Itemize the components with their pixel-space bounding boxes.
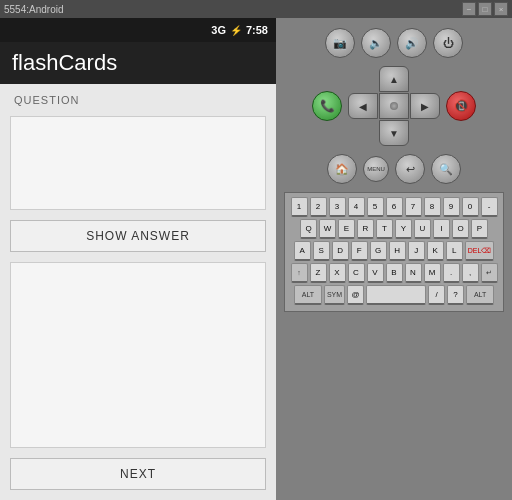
key-g[interactable]: G	[370, 241, 387, 261]
key-comma[interactable]: ,	[462, 263, 479, 283]
key-f[interactable]: F	[351, 241, 368, 261]
key-alt-left[interactable]: ALT	[294, 285, 322, 305]
key-4[interactable]: 4	[348, 197, 365, 217]
key-d[interactable]: D	[332, 241, 349, 261]
key-minus[interactable]: -	[481, 197, 498, 217]
search-button[interactable]: 🔍	[431, 154, 461, 184]
key-c[interactable]: C	[348, 263, 365, 283]
keyboard-row-qwerty: Q W E R T Y U I O P	[289, 219, 499, 239]
key-m[interactable]: M	[424, 263, 441, 283]
key-n[interactable]: N	[405, 263, 422, 283]
key-e[interactable]: E	[338, 219, 355, 239]
key-6[interactable]: 6	[386, 197, 403, 217]
menu-button[interactable]: MENU	[363, 156, 389, 182]
close-button[interactable]: ×	[494, 2, 508, 16]
key-space[interactable]	[366, 285, 426, 305]
key-shift[interactable]: ↑	[291, 263, 308, 283]
key-0[interactable]: 0	[462, 197, 479, 217]
phone-content: QUESTION SHOW ANSWER NEXT	[0, 84, 276, 500]
key-h[interactable]: H	[389, 241, 406, 261]
top-control-row: 📷 🔈 🔊 ⏻	[325, 28, 463, 58]
keyboard-row-numbers: 1 2 3 4 5 6 7 8 9 0 -	[289, 197, 499, 217]
key-alt-right[interactable]: ALT	[466, 285, 494, 305]
title-bar-label: 5554:Android	[4, 4, 64, 15]
key-z[interactable]: Z	[310, 263, 327, 283]
home-button[interactable]: 🏠	[327, 154, 357, 184]
key-3[interactable]: 3	[329, 197, 346, 217]
key-r[interactable]: R	[357, 219, 374, 239]
key-v[interactable]: V	[367, 263, 384, 283]
key-7[interactable]: 7	[405, 197, 422, 217]
back-button[interactable]: ↩	[395, 154, 425, 184]
main-layout: 3G ⚡ 7:58 flashCards QUESTION SHOW ANSWE…	[0, 18, 512, 500]
phone-status-bar: 3G ⚡ 7:58	[0, 18, 276, 42]
key-b[interactable]: B	[386, 263, 403, 283]
key-k[interactable]: K	[427, 241, 444, 261]
key-u[interactable]: U	[414, 219, 431, 239]
key-j[interactable]: J	[408, 241, 425, 261]
key-i[interactable]: I	[433, 219, 450, 239]
time-display: 7:58	[246, 24, 268, 36]
question-area	[10, 116, 266, 210]
dpad-down-button[interactable]: ▼	[379, 120, 409, 146]
power-button[interactable]: ⏻	[433, 28, 463, 58]
dpad-up-button[interactable]: ▲	[379, 66, 409, 92]
key-8[interactable]: 8	[424, 197, 441, 217]
key-p[interactable]: P	[471, 219, 488, 239]
show-answer-button[interactable]: SHOW ANSWER	[10, 220, 266, 252]
key-period[interactable]: .	[443, 263, 460, 283]
right-panel: 📷 🔈 🔊 ⏻ 📞 ▲ ◀ ▶ ▼ 📵 🏠 MENU ↩ 🔍	[276, 18, 512, 500]
phone-panel: 3G ⚡ 7:58 flashCards QUESTION SHOW ANSWE…	[0, 18, 276, 500]
dpad-left-button[interactable]: ◀	[348, 93, 378, 119]
key-l[interactable]: L	[446, 241, 463, 261]
middle-control-row: 📞 ▲ ◀ ▶ ▼ 📵	[312, 66, 476, 146]
app-title: flashCards	[12, 50, 264, 76]
signal-icon: ⚡	[230, 25, 242, 36]
app-header: flashCards	[0, 42, 276, 84]
key-enter[interactable]: ↵	[481, 263, 498, 283]
maximize-button[interactable]: □	[478, 2, 492, 16]
key-a[interactable]: A	[294, 241, 311, 261]
question-label: QUESTION	[14, 94, 266, 106]
next-button[interactable]: NEXT	[10, 458, 266, 490]
bottom-control-row: 🏠 MENU ↩ 🔍	[327, 154, 461, 184]
key-t[interactable]: T	[376, 219, 393, 239]
end-call-button[interactable]: 📵	[446, 91, 476, 121]
volume-up-button[interactable]: 🔊	[397, 28, 427, 58]
keyboard-row-bottom: ALT SYM @ / ? ALT	[289, 285, 499, 305]
key-x[interactable]: X	[329, 263, 346, 283]
camera-button[interactable]: 📷	[325, 28, 355, 58]
dpad: ▲ ◀ ▶ ▼	[348, 66, 440, 146]
key-1[interactable]: 1	[291, 197, 308, 217]
answer-area	[10, 262, 266, 448]
title-bar-controls: − □ ×	[462, 2, 508, 16]
call-button[interactable]: 📞	[312, 91, 342, 121]
dpad-right-button[interactable]: ▶	[410, 93, 440, 119]
title-bar: 5554:Android − □ ×	[0, 0, 512, 18]
keyboard-row-zxcv: ↑ Z X C V B N M . , ↵	[289, 263, 499, 283]
key-question[interactable]: ?	[447, 285, 464, 305]
network-indicator: 3G	[211, 24, 226, 36]
minimize-button[interactable]: −	[462, 2, 476, 16]
key-5[interactable]: 5	[367, 197, 384, 217]
volume-down-button[interactable]: 🔈	[361, 28, 391, 58]
key-sym[interactable]: SYM	[324, 285, 345, 305]
key-9[interactable]: 9	[443, 197, 460, 217]
key-y[interactable]: Y	[395, 219, 412, 239]
key-q[interactable]: Q	[300, 219, 317, 239]
key-s[interactable]: S	[313, 241, 330, 261]
dpad-center-button[interactable]	[379, 93, 409, 119]
keyboard: 1 2 3 4 5 6 7 8 9 0 - Q W E R T Y U	[284, 192, 504, 312]
key-at[interactable]: @	[347, 285, 364, 305]
keyboard-row-asdf: A S D F G H J K L DEL⌫	[289, 241, 499, 261]
key-2[interactable]: 2	[310, 197, 327, 217]
key-o[interactable]: O	[452, 219, 469, 239]
key-w[interactable]: W	[319, 219, 336, 239]
key-del[interactable]: DEL⌫	[465, 241, 495, 261]
key-slash[interactable]: /	[428, 285, 445, 305]
